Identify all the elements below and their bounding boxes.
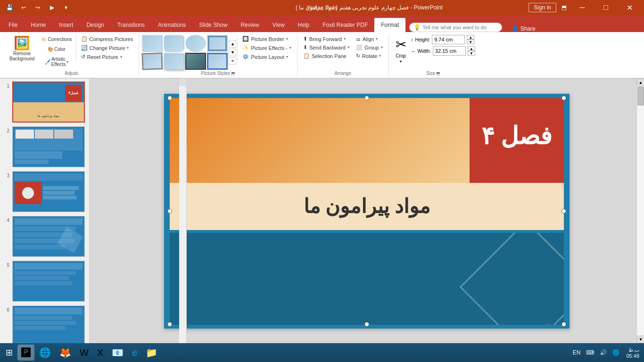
slide-image[interactable]: فصل ۴ مواد پیرامون ما (170, 98, 564, 230)
slide-thumbnail-3[interactable] (12, 171, 85, 212)
network-icon[interactable]: 🌐 (611, 348, 621, 357)
slide-canvas[interactable]: فصل ۴ مواد پیرامون ما (164, 94, 570, 329)
undo-btn[interactable]: ↩ (18, 2, 29, 13)
tab-transitions[interactable]: Transitions (111, 18, 151, 32)
style-6[interactable] (164, 53, 184, 70)
slide-thumb-6[interactable]: 6 (2, 304, 87, 343)
style-2[interactable] (164, 35, 184, 52)
handle-tl[interactable] (167, 96, 172, 100)
volume-icon[interactable]: 🔊 (598, 348, 609, 357)
minimize-button[interactable]: ─ (571, 0, 593, 15)
taskbar-firefox[interactable]: 🦊 (56, 345, 75, 361)
style-8[interactable] (207, 53, 228, 70)
taskbar-ie[interactable]: e (128, 345, 141, 361)
sign-in-button[interactable]: Sign in (528, 3, 556, 12)
slide-thumbnail-5[interactable] (12, 261, 85, 302)
taskbar-folder[interactable]: 📁 (142, 345, 161, 361)
rotate-button[interactable]: ↻ Rotate ▾ (353, 52, 386, 60)
height-input[interactable] (432, 35, 465, 44)
tell-me-box[interactable]: 💡 (409, 23, 502, 32)
tab-format[interactable]: Format (374, 18, 405, 32)
gallery-scroll-down[interactable]: ▼ (229, 49, 236, 56)
width-down-spinner[interactable]: ▼ (468, 51, 475, 56)
handle-ml[interactable] (167, 209, 172, 214)
lang-indicator[interactable]: EN (571, 348, 583, 357)
width-input[interactable] (433, 46, 466, 56)
ribbon-display-btn[interactable]: ⬒ (558, 2, 570, 13)
gallery-scroll-up[interactable]: ▲ (229, 40, 236, 48)
taskbar-outlook[interactable]: 📧 (108, 345, 127, 361)
tab-review[interactable]: Review (234, 18, 265, 32)
height-up-spinner[interactable]: ▲ (467, 35, 474, 40)
tab-design[interactable]: Design (80, 18, 110, 32)
slide-thumb-4[interactable]: 4 (2, 215, 87, 258)
tab-view[interactable]: View (266, 18, 291, 32)
redo-btn[interactable]: ↪ (32, 2, 43, 13)
tab-foxit[interactable]: Foxit Reader PDF (316, 18, 374, 32)
size-expand-icon[interactable]: ⬒ (436, 71, 440, 76)
color-button[interactable]: 🎨 Color (38, 45, 74, 54)
start-button[interactable]: ⊞ (2, 345, 17, 361)
gallery-more[interactable]: ≡ (229, 57, 236, 65)
scroll-up-btn[interactable]: ▲ (637, 79, 644, 86)
right-scrollbar[interactable]: ▲ ▼ (636, 79, 644, 343)
handle-br[interactable] (561, 322, 566, 327)
corrections-button[interactable]: 🌤️ Corrections (38, 35, 74, 44)
maximize-button[interactable]: □ (595, 0, 617, 15)
handle-tc[interactable] (364, 96, 369, 100)
customize-btn[interactable]: ▾ (60, 2, 72, 13)
taskbar-excel[interactable]: X (93, 345, 107, 361)
artistic-effects-button[interactable]: 🖌️ Artistic Effects ▾ (38, 55, 74, 69)
tell-me-input[interactable] (422, 25, 498, 30)
handle-mr[interactable] (561, 209, 566, 214)
close-button[interactable]: ✕ (619, 0, 640, 15)
taskbar-powerpoint[interactable]: 🅿 (17, 345, 34, 361)
reset-picture-button[interactable]: ↺ Reset Picture ▾ (78, 53, 136, 61)
height-down-spinner[interactable]: ▼ (467, 40, 474, 44)
scroll-thumb[interactable] (637, 87, 644, 106)
tab-animations[interactable]: Animations (151, 18, 192, 32)
crop-dropdown-arrow[interactable]: ▾ (400, 59, 402, 64)
handle-bl[interactable] (167, 322, 172, 327)
handle-bc[interactable] (364, 322, 369, 327)
present-btn[interactable]: ▶ (46, 2, 58, 13)
picture-border-button[interactable]: 🔲 Picture Border ▾ (239, 35, 294, 43)
scroll-track[interactable] (637, 86, 644, 336)
picture-layout-button[interactable]: ⚙️ Picture Layout ▾ (239, 53, 294, 61)
system-clock[interactable]: ب.ظ 05:48 (623, 347, 642, 359)
scroll-down-btn[interactable]: ▼ (637, 336, 644, 343)
style-3[interactable] (185, 35, 206, 52)
taskbar-word[interactable]: W (76, 345, 92, 361)
change-picture-button[interactable]: 🔄 Change Picture ▾ (78, 44, 136, 52)
style-5[interactable] (142, 52, 163, 70)
style-1[interactable] (142, 35, 163, 52)
width-up-spinner[interactable]: ▲ (468, 46, 475, 51)
save-btn[interactable]: 💾 (4, 2, 15, 13)
handle-tr[interactable] (561, 96, 566, 100)
keyboard-icon[interactable]: ⌨ (584, 348, 596, 357)
tab-slideshow[interactable]: Slide Show (192, 18, 234, 32)
slide-thumbnail-6[interactable] (12, 305, 85, 343)
remove-background-button[interactable]: 🖼️ Remove Background (7, 35, 37, 63)
tab-file[interactable]: File (2, 18, 24, 32)
slide-thumbnail-1[interactable]: فصل۴ مواد پیرامون ما (12, 82, 85, 123)
style-4[interactable] (207, 35, 228, 52)
slide-thumb-2[interactable]: 2 (2, 125, 87, 168)
slide-thumbnail-4[interactable] (12, 216, 85, 257)
align-button[interactable]: ⚌ Align ▾ (353, 35, 386, 43)
picture-styles-expand[interactable]: ⬒ (231, 71, 235, 76)
tab-insert[interactable]: Insert (52, 18, 80, 32)
slide-thumb-3[interactable]: 3 (2, 170, 87, 213)
tab-home[interactable]: Home (24, 18, 52, 32)
send-backward-button[interactable]: ⬇ Send Backward ▾ (300, 43, 352, 51)
picture-effects-button[interactable]: ✨ Picture Effects - ▾ (239, 44, 294, 52)
slide-panel[interactable]: 1 فصل۴ مواد پیرامون ما 2 (0, 79, 90, 343)
selection-pane-button[interactable]: 📋 Selection Pane (300, 52, 352, 60)
slide-thumb-5[interactable]: 5 (2, 260, 87, 303)
crop-button[interactable]: ✂ Crop ▾ (392, 35, 410, 66)
share-button[interactable]: 👤 Share (506, 25, 541, 32)
canvas-area[interactable]: فصل ۴ مواد پیرامون ما (90, 79, 636, 343)
bring-forward-button[interactable]: ⬆ Bring Forward ▾ (300, 35, 352, 43)
taskbar-chrome[interactable]: 🌐 (35, 345, 55, 361)
slide-thumbnail-2[interactable] (12, 126, 85, 167)
